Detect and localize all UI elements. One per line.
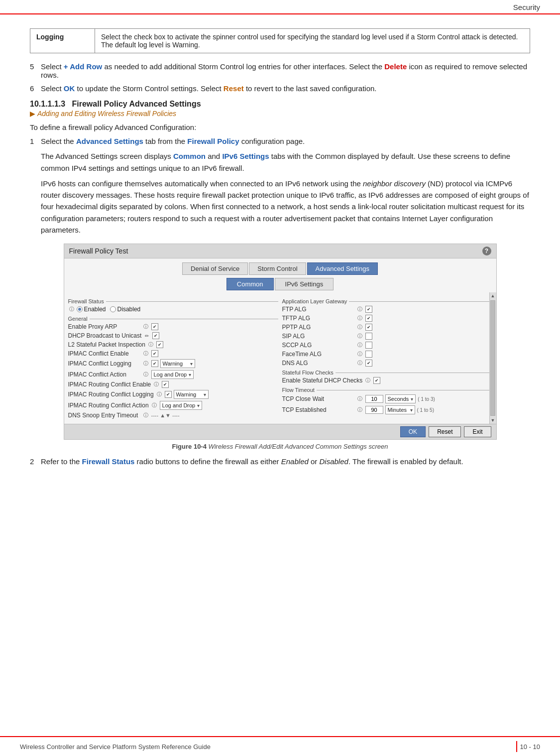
tcp-established-input[interactable] [365, 406, 383, 414]
ipmac-conflict-enable-row: IPMAC Conflict Enable ⓘ [68, 350, 278, 357]
firewall-status-label: Firewall Status [68, 298, 104, 304]
screenshot-tabs: Denial of Service Storm Control Advanced… [64, 258, 496, 275]
scrollbar-thumb[interactable] [490, 300, 495, 416]
enable-proxy-arp-checkbox[interactable] [151, 323, 158, 330]
ipmac-routing-conflict-logging-checkbox[interactable] [165, 391, 172, 398]
ipmac-routing-conflict-logging-dropdown[interactable]: Warning [174, 390, 209, 399]
step-2-text: Refer to the Firewall Status radio butto… [41, 457, 530, 466]
l2-stateful-row: L2 Stateful Packet Inspection ⓘ [68, 341, 278, 348]
ok-button[interactable]: OK [400, 426, 426, 437]
figure-caption: Figure 10-4 Wireless Firewall Add/Edit A… [30, 443, 530, 450]
ipmac-conflict-logging-dropdown[interactable]: Warning [160, 359, 195, 368]
ipmac-conflict-action-dropdown[interactable]: Log and Drop [151, 370, 194, 379]
screenshot: Firewall Policy Test ? Denial of Service… [64, 244, 497, 440]
pptp-alg-label: PPTP ALG [282, 324, 354, 331]
dhcp-broadcast-label: DHCP Broadcast to Unicast [68, 332, 142, 339]
reset-button[interactable]: Reset [429, 426, 461, 437]
section-link[interactable]: Adding and Editing Wireless Firewall Pol… [30, 110, 530, 118]
tcp-established-label: TCP Established [282, 406, 354, 413]
screenshot-footer: OK Reset Exit [64, 424, 496, 439]
tcp-close-wait-dropdown[interactable]: Seconds [385, 394, 416, 403]
subtab-ipv6-settings[interactable]: IPv6 Settings [275, 278, 334, 290]
info-icon-enabled: ⓘ [68, 306, 75, 313]
firewall-status-link[interactable]: Firewall Status [82, 457, 135, 466]
firewall-status-section: Firewall Status [68, 298, 278, 304]
step-2: 2 Refer to the Firewall Status radio but… [30, 457, 530, 466]
info-icon-ipmac-rca: ⓘ [151, 402, 158, 409]
disabled-italic: Disabled [320, 457, 348, 466]
dns-snoop-values: ---- ▲▼ ---- [151, 412, 180, 418]
exit-button[interactable]: Exit [464, 426, 491, 437]
enable-stateful-dhcp-checkbox[interactable] [373, 377, 380, 384]
step-5-num: 5 [30, 62, 41, 79]
enabled-radio[interactable]: ⓘ Enabled [68, 306, 106, 313]
ipmac-routing-conflict-action-dropdown[interactable]: Log and Drop [160, 401, 203, 410]
disabled-radio[interactable]: Disabled [110, 306, 141, 313]
ipmac-conflict-enable-checkbox[interactable] [151, 350, 158, 357]
flow-timeout-label: Flow Timeout [282, 387, 315, 393]
common-highlight: Common [173, 152, 206, 160]
subtab-common[interactable]: Common [226, 278, 274, 290]
ftp-alg-row: FTP ALG ⓘ [282, 306, 492, 313]
scrollbar[interactable]: ▲ ▼ [489, 292, 496, 424]
scrollbar-down-arrow[interactable]: ▼ [490, 417, 496, 424]
help-icon[interactable]: ? [482, 247, 491, 255]
ipmac-routing-conflict-enable-checkbox[interactable] [162, 381, 169, 388]
footer-divider [516, 741, 517, 752]
ftp-alg-checkbox[interactable] [365, 306, 372, 313]
neighbor-discovery-text: neighbor discovery [363, 179, 426, 188]
tab-advanced-settings[interactable]: Advanced Settings [307, 262, 378, 275]
ipmac-conflict-logging-checkbox[interactable] [151, 360, 158, 367]
add-row-link[interactable]: + Add Row [64, 62, 102, 71]
firewall-policy-link[interactable]: Firewall Policy [187, 137, 239, 145]
dns-alg-checkbox[interactable] [365, 360, 372, 367]
dns-snoop-label: DNS Snoop Entry Timeout [68, 412, 140, 419]
sccp-alg-checkbox[interactable] [365, 342, 372, 349]
stateful-flow-label: Stateful Flow Checks [282, 370, 334, 376]
page-footer: Wireless Controller and Service Platform… [0, 736, 560, 756]
step-1-num: 1 [30, 137, 41, 145]
l2-stateful-checkbox[interactable] [156, 341, 163, 348]
footer-left: Wireless Controller and Service Platform… [20, 743, 211, 751]
ipmac-conflict-logging-label: IPMAC Conflict Logging [68, 360, 140, 367]
info-icon-ipmac-ce: ⓘ [142, 350, 149, 357]
page-content: Logging Select the check box to activate… [0, 14, 560, 486]
step-5: 5 Select + Add Row as needed to add addi… [30, 62, 530, 79]
enabled-radio-circle[interactable] [77, 306, 83, 312]
left-column: Firewall Status ⓘ Enabled Disabled Gen [68, 295, 278, 421]
reset-link[interactable]: Reset [224, 84, 244, 93]
footer-right: 10 - 10 [516, 741, 540, 752]
ipmac-routing-conflict-action-row: IPMAC Routing Conflict Action ⓘ Log and … [68, 401, 278, 410]
ok-link[interactable]: OK [64, 84, 75, 93]
info-icon-dns: ⓘ [142, 412, 149, 419]
sip-alg-label: SIP ALG [282, 333, 354, 340]
ipmac-conflict-logging-row: IPMAC Conflict Logging ⓘ Warning [68, 359, 278, 368]
tcp-close-wait-range: ( 1 to 3) [418, 396, 435, 402]
l2-stateful-label: L2 Stateful Packet Inspection [68, 341, 145, 348]
pptp-alg-checkbox[interactable] [365, 324, 372, 331]
logging-description: Select the check box to activate the spi… [95, 29, 530, 53]
intro-text: To define a firewall policy Advanced Con… [30, 122, 530, 133]
tcp-established-dropdown[interactable]: Minutes [385, 405, 415, 414]
screenshot-subtabs: Common IPv6 Settings [64, 275, 496, 292]
tab-storm-control[interactable]: Storm Control [249, 262, 306, 275]
tab-denial-of-service[interactable]: Denial of Service [182, 262, 248, 275]
disabled-radio-circle[interactable] [110, 306, 116, 312]
delete-link[interactable]: Delete [384, 62, 407, 71]
facetime-alg-checkbox[interactable] [365, 351, 372, 358]
enabled-italic: Enabled [281, 457, 309, 466]
info-icon-l2: ⓘ [147, 341, 154, 348]
enable-stateful-dhcp-label: Enable Stateful DHCP Checks [282, 377, 363, 384]
tcp-close-wait-input[interactable] [365, 395, 383, 403]
dhcp-broadcast-checkbox[interactable] [152, 332, 159, 339]
ipmac-routing-conflict-enable-row: IPMAC Routing Conflict Enable ⓘ [68, 381, 278, 388]
advanced-settings-tab-link[interactable]: Advanced Settings [76, 137, 143, 145]
sip-alg-checkbox[interactable] [365, 333, 372, 340]
scrollbar-up-arrow[interactable]: ▲ [490, 292, 496, 299]
pptp-alg-row: PPTP ALG ⓘ [282, 324, 492, 331]
tftp-alg-checkbox[interactable] [365, 315, 372, 322]
enable-stateful-dhcp-row: Enable Stateful DHCP Checks ⓘ [282, 377, 492, 384]
disabled-label: Disabled [117, 306, 141, 313]
tcp-close-wait-row: TCP Close Wait ⓘ Seconds ( 1 to 3) [282, 394, 492, 403]
ipmac-routing-conflict-action-label: IPMAC Routing Conflict Action [68, 402, 149, 409]
